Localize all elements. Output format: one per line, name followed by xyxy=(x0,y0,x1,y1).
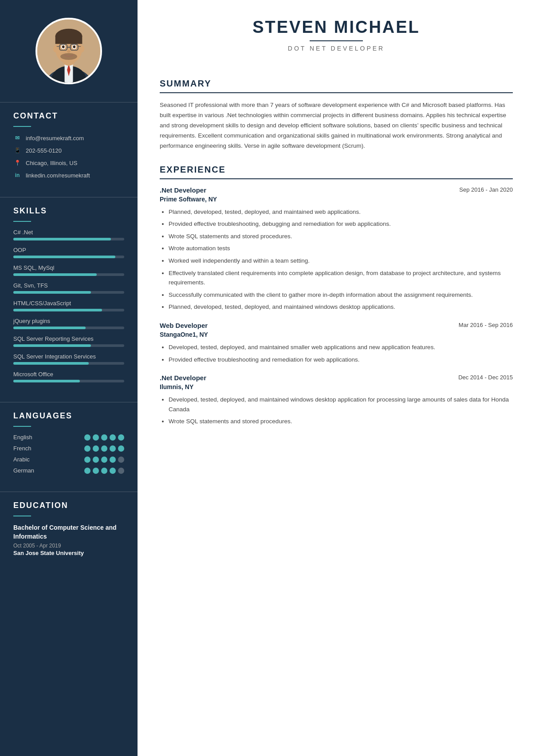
experience-job-title: .Net Developer xyxy=(160,186,206,194)
contact-title: CONTACT xyxy=(13,111,124,121)
language-item: French xyxy=(13,445,124,452)
education-school: San Jose State University xyxy=(13,550,124,556)
summary-title: SUMMARY xyxy=(160,79,513,93)
experience-header: .Net DeveloperDec 2014 - Dec 2015 xyxy=(160,374,513,382)
contact-text: info@resumekraft.com xyxy=(26,135,84,142)
education-divider xyxy=(13,516,31,516)
language-dots xyxy=(84,468,124,474)
main-content: STEVEN MICHAEL DOT NET DEVELOPER SUMMARY… xyxy=(138,0,535,756)
svg-point-19 xyxy=(67,50,71,53)
summary-text: Seasoned IT professional with more than … xyxy=(160,100,513,151)
experience-bullet: Wrote SQL statements and stored procedur… xyxy=(169,417,513,426)
experience-bullet: Successfully communicated with the clien… xyxy=(169,290,513,300)
skill-bar-bg xyxy=(13,273,124,276)
experience-list: .Net DeveloperSep 2016 - Jan 2020Prime S… xyxy=(160,186,513,426)
dot-filled xyxy=(84,434,90,441)
languages-divider xyxy=(13,426,31,427)
experience-date: Dec 2014 - Dec 2015 xyxy=(458,374,513,381)
skill-item: Microsoft Office xyxy=(13,371,124,382)
language-name: English xyxy=(13,434,44,441)
skill-item: SQL Server Integration Services xyxy=(13,353,124,365)
skill-item: OOP xyxy=(13,247,124,258)
skill-name: Git, Svn, TFS xyxy=(13,282,124,289)
candidate-title: DOT NET DEVELOPER xyxy=(160,45,513,52)
language-item: Arabic xyxy=(13,456,124,463)
skill-bar-bg xyxy=(13,309,124,311)
experience-date: Mar 2016 - Sep 2016 xyxy=(459,322,513,328)
experience-bullet: Provided effective troubleshooting, debu… xyxy=(169,219,513,229)
sidebar: CONTACT ✉info@resumekraft.com📱202-555-01… xyxy=(0,0,138,756)
experience-bullets: Developed, tested, deployed, and maintai… xyxy=(160,343,513,364)
skill-bar-bg xyxy=(13,256,124,258)
dot-filled xyxy=(93,468,99,474)
experience-header: .Net DeveloperSep 2016 - Jan 2020 xyxy=(160,186,513,194)
dot-filled xyxy=(84,468,90,474)
dot-filled xyxy=(84,445,90,452)
contact-text: 202-555-0120 xyxy=(26,147,62,154)
skill-bar-bg xyxy=(13,380,124,382)
svg-point-20 xyxy=(53,46,57,52)
svg-point-12 xyxy=(62,45,65,48)
skill-bar-bg xyxy=(13,362,124,365)
dot-filled xyxy=(118,445,124,452)
candidate-name: STEVEN MICHAEL xyxy=(160,18,513,37)
contact-item: 📍Chicago, Illinois, US xyxy=(13,159,124,167)
language-name: Arabic xyxy=(13,456,44,463)
dot-filled xyxy=(110,457,116,463)
dot-filled xyxy=(93,445,99,452)
experience-bullet: Effectively translated client requiremen… xyxy=(169,268,513,287)
skill-item: C# .Net xyxy=(13,229,124,240)
contact-text: Chicago, Illinois, US xyxy=(26,160,77,166)
avatar xyxy=(35,18,102,84)
skill-bar-fill xyxy=(13,344,91,347)
experience-item: .Net DeveloperDec 2014 - Dec 2015Ilumnis… xyxy=(160,374,513,426)
experience-item: Web DeveloperMar 2016 - Sep 2016StangaOn… xyxy=(160,322,513,364)
experience-bullet: Wrote SQL statements and stored procedur… xyxy=(169,232,513,241)
skill-item: SQL Server Reporting Services xyxy=(13,335,124,347)
svg-point-13 xyxy=(73,45,75,48)
skill-bar-fill xyxy=(13,327,86,329)
contact-item: inlinkedin.com/resumekraft xyxy=(13,171,124,179)
experience-company: Prime Software, NY xyxy=(160,196,513,203)
skill-name: jQuery plugins xyxy=(13,318,124,324)
name-underline xyxy=(310,40,363,41)
languages-section: LANGUAGES EnglishFrenchArabicGerman xyxy=(0,402,138,487)
dot-filled xyxy=(118,434,124,441)
skill-name: SQL Server Reporting Services xyxy=(13,335,124,342)
languages-title: LANGUAGES xyxy=(13,411,124,421)
experience-bullet: Wrote automation tests xyxy=(169,244,513,253)
dot-filled xyxy=(101,434,107,441)
experience-bullets: Developed, tested, deployed, and maintai… xyxy=(160,395,513,426)
experience-bullet: Developed, tested, deployed, and maintai… xyxy=(169,343,513,352)
skill-bar-fill xyxy=(13,380,80,382)
phone-icon: 📱 xyxy=(13,146,21,154)
experience-bullets: Planned, developed, tested, deployed, an… xyxy=(160,207,513,312)
contact-section: CONTACT ✉info@resumekraft.com📱202-555-01… xyxy=(0,102,138,193)
svg-rect-8 xyxy=(55,35,83,44)
experience-section: EXPERIENCE .Net DeveloperSep 2016 - Jan … xyxy=(160,165,513,426)
language-name: German xyxy=(13,467,44,474)
skill-name: OOP xyxy=(13,247,124,253)
skill-bar-bg xyxy=(13,238,124,240)
experience-bullet: Developed, tested, deployed, and maintai… xyxy=(169,395,513,414)
education-item: Bachelor of Computer Science and Informa… xyxy=(13,524,124,556)
experience-item: .Net DeveloperSep 2016 - Jan 2020Prime S… xyxy=(160,186,513,312)
experience-date: Sep 2016 - Jan 2020 xyxy=(459,186,513,193)
skill-bar-bg xyxy=(13,327,124,329)
skill-name: MS SQL, MySql xyxy=(13,264,124,271)
language-item: German xyxy=(13,467,124,474)
language-dots xyxy=(84,445,124,452)
education-list: Bachelor of Computer Science and Informa… xyxy=(13,524,124,556)
language-name: French xyxy=(13,445,44,452)
experience-bullet: Planned, developed, tested, deployed, an… xyxy=(169,302,513,312)
experience-bullet: Worked well independently and within a t… xyxy=(169,256,513,266)
language-dots xyxy=(84,434,124,441)
dot-filled xyxy=(110,434,116,441)
education-title: EDUCATION xyxy=(13,501,124,510)
skill-name: SQL Server Integration Services xyxy=(13,353,124,360)
experience-company: Ilumnis, NY xyxy=(160,383,513,390)
experience-job-title: Web Developer xyxy=(160,322,208,329)
skill-bar-fill xyxy=(13,291,91,294)
svg-point-21 xyxy=(80,46,84,52)
skill-name: C# .Net xyxy=(13,229,124,236)
